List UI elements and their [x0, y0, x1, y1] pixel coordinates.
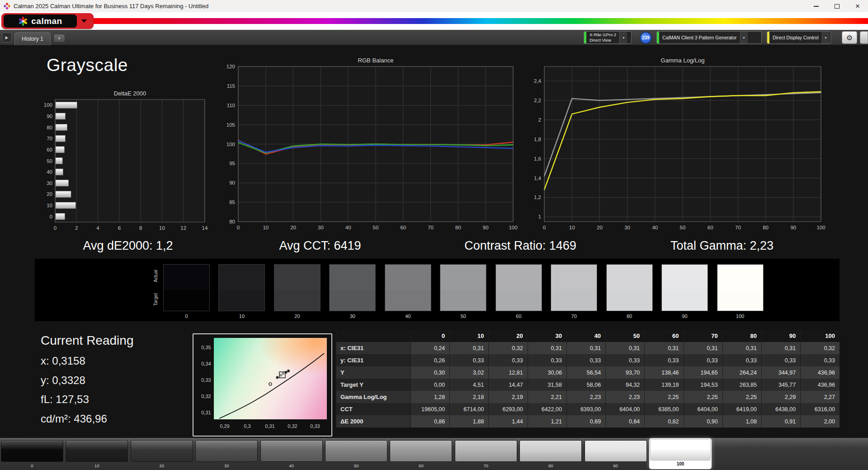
table-cell: 0,31	[722, 342, 761, 354]
table-col-header: 60	[645, 330, 684, 342]
table-cell: 0,31	[450, 342, 489, 354]
pattern-level-button-80[interactable]: 80	[519, 440, 582, 469]
table-cell: 0,31	[528, 342, 566, 354]
cie-ytick: 0,33	[201, 377, 211, 383]
calman-flower-icon	[18, 16, 28, 26]
pattern-level-button-90[interactable]: 90	[585, 440, 647, 469]
table-cell: 2,25	[684, 391, 722, 403]
display-control-name: Direct Display Control	[769, 35, 822, 40]
svg-text:8: 8	[139, 225, 142, 231]
add-tab-button[interactable]: +	[53, 34, 65, 43]
pattern-level-label: 20	[131, 463, 193, 468]
svg-text:1,4: 1,4	[534, 176, 542, 181]
pattern-swatch	[1, 440, 63, 462]
svg-text:100: 100	[226, 142, 235, 147]
table-col-header: 70	[684, 330, 722, 342]
grayscale-swatch-20	[274, 264, 321, 311]
table-cell: 194,53	[684, 379, 722, 391]
svg-text:RGB Balance: RGB Balance	[358, 57, 394, 64]
grayscale-swatch-40	[385, 264, 431, 311]
gear-icon: ⚙	[846, 33, 853, 42]
table-cell: 2,00	[801, 415, 840, 427]
table-cell: 0,24	[411, 342, 450, 354]
actual-label: Actual	[153, 264, 158, 288]
table-cell: 0,32	[801, 342, 840, 354]
pattern-level-button-30[interactable]: 30	[195, 440, 258, 469]
row-label: CCT	[336, 403, 411, 415]
chevron-down-icon	[81, 19, 87, 23]
close-button[interactable]: ×	[847, 0, 868, 12]
measurement-count-badge[interactable]: 239	[640, 32, 652, 44]
pattern-level-button-70[interactable]: 70	[455, 440, 517, 469]
table-cell: 0,33	[761, 354, 800, 366]
table-cell: 263,85	[722, 379, 761, 391]
svg-text:40: 40	[345, 225, 351, 230]
pattern-level-label: 90	[585, 463, 647, 468]
history-nav-button[interactable]: ▶	[2, 33, 12, 43]
svg-text:100: 100	[816, 225, 825, 230]
badge-value: 239	[642, 35, 650, 40]
table-col-header: 20	[489, 330, 528, 342]
grayscale-swatch-80	[606, 264, 653, 311]
pattern-level-button-0[interactable]: 0	[1, 440, 63, 469]
chevron-down-icon: ▼	[619, 32, 627, 43]
grayscale-swatch-60	[495, 264, 542, 311]
cie-ytick: 0,35	[201, 345, 211, 350]
cie-ytick: 0,31	[201, 410, 211, 415]
table-cell: 6293,00	[489, 403, 528, 415]
svg-text:95: 95	[229, 161, 235, 166]
grayscale-swatch-0	[163, 264, 210, 311]
meter-name: X-Rite i1Pro 2	[590, 32, 616, 38]
table-cell: 94,32	[606, 379, 645, 391]
table-cell: 6316,00	[801, 403, 840, 415]
table-cell: 0,90	[684, 415, 722, 427]
tab-history-1[interactable]: History 1	[14, 32, 51, 45]
table-cell: 2,21	[528, 391, 566, 403]
table-cell: 0,30	[411, 366, 450, 379]
svg-text:12: 12	[180, 225, 186, 231]
pattern-level-button-60[interactable]: 60	[390, 440, 452, 469]
table-cell: 0,26	[411, 354, 450, 366]
svg-text:30: 30	[47, 180, 52, 186]
pattern-level-button-10[interactable]: 10	[66, 440, 128, 469]
table-cell: 2,29	[761, 391, 800, 403]
table-cell: 0,31	[761, 342, 800, 354]
close-icon: ×	[855, 2, 860, 10]
table-cell: 6404,00	[606, 403, 645, 415]
svg-text:50: 50	[47, 158, 52, 164]
maximize-button[interactable]	[826, 0, 847, 12]
table-cell: 14,47	[489, 379, 528, 391]
table-cell: 1,28	[411, 391, 450, 403]
svg-text:1,6: 1,6	[534, 156, 541, 161]
pattern-level-button-100[interactable]: 100	[649, 438, 712, 469]
meter-dropdown[interactable]: X-Rite i1Pro 2 Direct View ▼	[584, 31, 632, 44]
table-cell: 6419,00	[722, 403, 761, 415]
svg-text:120: 120	[226, 64, 235, 69]
swatch-label: 40	[385, 313, 431, 319]
display-control-dropdown[interactable]: Direct Display Control ▼	[767, 31, 831, 44]
table-cell: 0,33	[645, 354, 684, 366]
settings-button[interactable]: ⚙	[842, 31, 857, 44]
panel-toggle-button[interactable]	[860, 31, 868, 44]
pattern-level-button-40[interactable]: 40	[260, 440, 323, 469]
window-title: Calman 2025 Calman Ultimate for Business…	[14, 3, 208, 9]
pattern-generator-dropdown[interactable]: CalMAN Client 3 Pattern Generator ▼	[656, 31, 762, 44]
pattern-level-button-20[interactable]: 20	[131, 440, 193, 469]
tab-bar: ▶ History 1 + X-Rite i1Pro 2 Direct View…	[0, 30, 868, 45]
table-col-header: 100	[801, 330, 840, 342]
table-cell: 2,27	[801, 391, 840, 403]
pattern-swatch	[519, 440, 582, 462]
svg-text:60: 60	[400, 225, 406, 230]
pattern-level-label: 50	[325, 463, 387, 468]
table-row: Y0,303,0212,8130,0656,5493,70138,46194,6…	[336, 366, 840, 379]
minimize-button[interactable]	[806, 0, 826, 12]
svg-text:90: 90	[229, 180, 235, 185]
grayscale-swatch-100	[717, 264, 764, 311]
row-label: x: CIE31	[336, 342, 411, 354]
pattern-level-button-50[interactable]: 50	[325, 440, 387, 469]
svg-text:20: 20	[47, 191, 52, 197]
table-col-header: 0	[411, 330, 450, 342]
table-cell: 6714,00	[450, 403, 489, 415]
table-cell: 4,51	[450, 379, 489, 391]
calman-logo-menu[interactable]: calman	[1, 13, 94, 29]
